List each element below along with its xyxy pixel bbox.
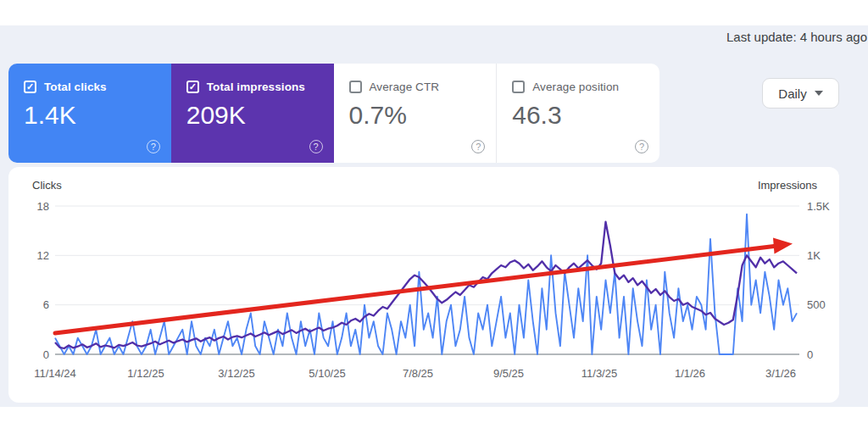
svg-text:5/10/25: 5/10/25	[309, 367, 345, 380]
svg-text:0: 0	[43, 348, 49, 361]
svg-text:11/14/24: 11/14/24	[34, 367, 76, 380]
svg-text:18: 18	[37, 200, 49, 213]
svg-text:6: 6	[43, 298, 49, 311]
last-update-status: Last update: 4 hours ago	[726, 30, 867, 44]
performance-chart-panel[interactable]: Clicks Impressions 06121805001K1.5K11/14…	[8, 167, 839, 403]
svg-text:0: 0	[807, 348, 813, 361]
metric-label: Average CTR	[370, 81, 440, 93]
metric-value: 1.4K	[24, 101, 171, 130]
metric-card-average-ctr[interactable]: Average CTR 0.7% ?	[334, 64, 497, 163]
help-icon[interactable]: ?	[309, 140, 323, 153]
svg-text:1/1/26: 1/1/26	[675, 367, 705, 380]
metric-card-average-position[interactable]: Average position 46.3 ?	[496, 64, 659, 163]
granularity-dropdown[interactable]: Daily	[762, 78, 839, 108]
svg-text:9/5/25: 9/5/25	[493, 367, 524, 380]
search-console-performance-page: Last update: 4 hours ago ✓ Total clicks …	[0, 0, 868, 434]
chevron-down-icon	[815, 91, 823, 96]
svg-text:1K: 1K	[807, 249, 821, 262]
svg-text:12: 12	[37, 249, 49, 262]
svg-text:1/12/25: 1/12/25	[127, 367, 164, 380]
chart-gridlines	[55, 206, 799, 354]
metric-cards-row: ✓ Total clicks 1.4K ? ✓ Total impression…	[8, 64, 659, 163]
svg-text:500: 500	[807, 298, 826, 311]
help-icon[interactable]: ?	[635, 140, 648, 153]
checkbox-checked-icon[interactable]: ✓	[24, 81, 36, 93]
checkbox-unchecked-icon[interactable]	[349, 81, 362, 93]
metric-value: 46.3	[512, 101, 659, 130]
granularity-selected-value: Daily	[778, 86, 806, 101]
svg-text:3/1/26: 3/1/26	[765, 367, 796, 380]
metric-label: Total clicks	[44, 81, 107, 93]
metric-card-total-clicks[interactable]: ✓ Total clicks 1.4K ?	[8, 64, 171, 163]
svg-text:3/12/25: 3/12/25	[218, 367, 254, 380]
metric-value: 209K	[186, 101, 334, 130]
metric-label: Total impressions	[207, 81, 305, 93]
chart-series	[55, 214, 797, 354]
help-icon[interactable]: ?	[147, 140, 160, 153]
metric-card-total-impressions[interactable]: ✓ Total impressions 209K ?	[171, 64, 334, 163]
help-icon[interactable]: ?	[471, 140, 485, 153]
axis-tick-labels: 06121805001K1.5K11/14/241/12/253/12/255/…	[34, 200, 830, 381]
performance-line-chart[interactable]: 06121805001K1.5K11/14/241/12/253/12/255/…	[8, 167, 839, 403]
checkbox-checked-icon[interactable]: ✓	[186, 81, 199, 93]
svg-text:7/8/25: 7/8/25	[403, 367, 433, 380]
svg-text:11/3/25: 11/3/25	[581, 367, 617, 380]
svg-text:1.5K: 1.5K	[807, 200, 830, 213]
metric-label: Average position	[532, 81, 619, 93]
metric-value: 0.7%	[349, 101, 497, 130]
checkbox-unchecked-icon[interactable]	[512, 81, 525, 93]
